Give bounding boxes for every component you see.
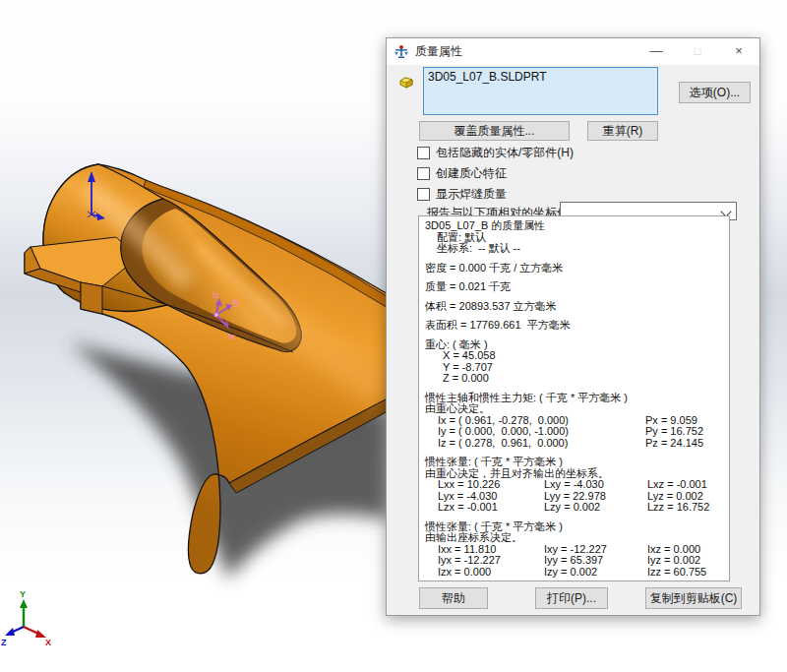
options-button[interactable]: 选项(O)... [679,82,751,103]
tensor-row: Lzx = -0.001 Lzy = 0.002 Lzz = 16.752 [425,502,723,514]
checkbox-row[interactable]: 显示焊缝质量 [417,186,732,202]
dialog-titlebar[interactable]: 质量属性 — □ × [387,38,759,65]
checkbox-row[interactable]: 包括隐藏的实体/零部件(H) [417,145,732,160]
report-coord-system: 坐标系: -- 默认 -- [425,243,723,255]
recalculate-button[interactable]: 重算(R) [587,121,658,141]
show-weld-mass-checkbox[interactable] [417,188,430,201]
axis-label-x: X [45,638,51,647]
tensor-row: Iyx = -12.227 Iyy = 65.397 Iyz = 0.002 [425,555,723,567]
tensor-row: Izx = 0.000 Izy = 0.002 Izz = 60.755 [425,567,723,579]
selected-part-listbox[interactable]: 3D05_L07_B.SLDPRT [423,67,658,115]
principal-axis-label-ix: Ix [228,332,236,341]
copy-to-clipboard-button[interactable]: 复制到剪贴板(C) [645,587,742,609]
axis-label-z: Z [1,638,7,647]
part-file-icon [397,73,415,91]
override-mass-properties-button[interactable]: 覆盖质量属性... [419,121,570,141]
create-com-feature-label: 创建质心特征 [436,165,507,182]
density-value: 密度 = 0.000 千克 / 立方毫米 [425,263,723,275]
viewport-axis-triad: Y X Z [1,589,51,647]
tensor-centroid-title: 惯性张量: ( 千克 * 平方毫米 ) [425,457,723,468]
tensor-output-subtitle: 由输出座标系决定。 [425,532,723,544]
tensor-row: Lxx = 10.226 Lxy = -4.030 Lxz = -0.001 [425,479,723,491]
include-hidden-checkbox[interactable] [417,147,430,159]
principal-row: Iy = ( 0.000, 0.000, -1.000) Py = 16.752 [425,426,723,438]
dialog-title: 质量属性 [415,43,462,60]
report-title: 3D05_L07_B 的质量属性 [425,220,723,232]
minimize-icon[interactable]: — [636,38,677,65]
volume-value: 体积 = 20893.537 立方毫米 [425,301,723,313]
help-button[interactable]: 帮助 [419,587,488,609]
selected-part-name: 3D05_L07_B.SLDPRT [428,70,547,84]
principal-axis-label-iz: Iz [212,290,220,300]
principal-axis-label-iy: Iy [232,297,240,307]
mass-properties-report[interactable]: 3D05_L07_B 的质量属性 配置: 默认 坐标系: -- 默认 -- 密度… [418,215,730,581]
axis-label-y: Y [20,589,26,599]
show-weld-mass-label: 显示焊缝质量 [436,186,507,203]
com-z: Z = 0.000 [425,373,723,385]
mass-value: 质量 = 0.021 千克 [425,281,723,293]
principal-subtitle: 由重心决定。 [425,403,723,415]
close-icon[interactable]: × [718,38,759,65]
mass-properties-dialog: 质量属性 — □ × 3D05_L07_B.SLDPRT 选项(O)... 覆盖… [386,37,760,616]
maximize-icon[interactable]: □ [677,38,718,65]
create-com-feature-checkbox[interactable] [417,167,430,180]
mass-properties-icon [394,44,409,60]
include-hidden-label: 包括隐藏的实体/零部件(H) [436,145,574,161]
surface-area-value: 表面积 = 17769.661 平方毫米 [425,320,723,332]
print-button[interactable]: 打印(P)... [535,587,608,609]
principal-row: Iz = ( 0.278, 0.961, 0.000) Pz = 24.145 [425,438,723,450]
com-x: X = 45.058 [425,350,723,362]
plate-notch-face [81,282,102,314]
checkbox-row[interactable]: 创建质心特征 [417,165,732,181]
